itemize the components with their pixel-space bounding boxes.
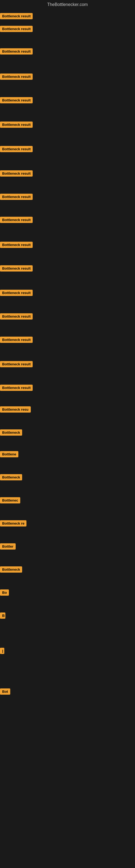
bottleneck-row-22: Bottlenec	[0, 497, 20, 504]
bottleneck-label-29: Bot	[0, 688, 10, 695]
bottleneck-label-5: Bottleneck result	[0, 97, 33, 103]
bottleneck-label-22: Bottlenec	[0, 497, 20, 503]
bottleneck-row-2: Bottleneck result	[0, 26, 33, 33]
bottleneck-label-7: Bottleneck result	[0, 146, 33, 152]
bottleneck-row-3: Bottleneck result	[0, 48, 33, 56]
bottleneck-label-20: Bottlene	[0, 451, 18, 457]
bottleneck-row-29: Bot	[0, 688, 10, 696]
bottleneck-row-11: Bottleneck result	[0, 242, 33, 249]
bottleneck-label-2: Bottleneck result	[0, 26, 33, 32]
bottleneck-row-12: Bottleneck result	[0, 265, 33, 273]
bottleneck-row-1: Bottleneck result	[0, 13, 33, 20]
bottleneck-label-21: Bottleneck	[0, 474, 22, 480]
bottleneck-row-27: B	[0, 613, 5, 620]
bottleneck-row-5: Bottleneck result	[0, 97, 33, 104]
bottleneck-row-7: Bottleneck result	[0, 146, 33, 153]
bottleneck-row-14: Bottleneck result	[0, 313, 33, 321]
bottleneck-label-24: Bottler	[0, 543, 16, 550]
bottleneck-row-16: Bottleneck result	[0, 361, 33, 368]
bottleneck-label-28: |	[0, 648, 4, 654]
bottleneck-label-23: Bottleneck re	[0, 520, 27, 527]
bottleneck-label-11: Bottleneck result	[0, 242, 33, 248]
bottleneck-label-9: Bottleneck result	[0, 194, 33, 200]
bottleneck-label-16: Bottleneck result	[0, 361, 33, 367]
bottleneck-row-10: Bottleneck result	[0, 217, 33, 224]
bottleneck-row-13: Bottleneck result	[0, 290, 33, 297]
bottleneck-label-14: Bottleneck result	[0, 313, 33, 319]
bottleneck-row-19: Bottleneck	[0, 429, 22, 437]
bottleneck-row-8: Bottleneck result	[0, 170, 33, 178]
bottleneck-row-17: Bottleneck result	[0, 384, 33, 392]
bottleneck-label-8: Bottleneck result	[0, 170, 33, 177]
bottleneck-row-6: Bottleneck result	[0, 122, 33, 129]
bottleneck-label-3: Bottleneck result	[0, 48, 33, 55]
bottleneck-row-24: Bottler	[0, 543, 16, 551]
bottleneck-label-1: Bottleneck result	[0, 13, 33, 19]
bottleneck-label-15: Bottleneck result	[0, 337, 33, 343]
bottleneck-label-6: Bottleneck result	[0, 122, 33, 128]
bottleneck-row-4: Bottleneck result	[0, 73, 33, 81]
bottleneck-label-26: Bo	[0, 589, 9, 596]
bottleneck-row-21: Bottleneck	[0, 474, 22, 482]
bottleneck-row-9: Bottleneck result	[0, 194, 33, 201]
bottleneck-label-13: Bottleneck result	[0, 290, 33, 296]
bottleneck-row-26: Bo	[0, 589, 9, 597]
bottleneck-label-12: Bottleneck result	[0, 265, 33, 272]
bottleneck-row-28: |	[0, 648, 4, 655]
bottleneck-row-25: Bottleneck	[0, 566, 22, 574]
bottleneck-row-15: Bottleneck result	[0, 337, 33, 344]
bottleneck-label-18: Bottleneck resu	[0, 406, 31, 412]
bottleneck-label-17: Bottleneck result	[0, 384, 33, 391]
bottleneck-row-18: Bottleneck resu	[0, 406, 31, 414]
bottleneck-label-10: Bottleneck result	[0, 217, 33, 223]
bottleneck-row-20: Bottlene	[0, 451, 18, 458]
bottleneck-label-25: Bottleneck	[0, 566, 22, 572]
bottleneck-label-27: B	[0, 613, 5, 619]
bottleneck-row-23: Bottleneck re	[0, 520, 27, 528]
bottleneck-label-19: Bottleneck	[0, 429, 22, 436]
site-title: TheBottlenecker.com	[0, 0, 135, 10]
bottleneck-label-4: Bottleneck result	[0, 73, 33, 80]
